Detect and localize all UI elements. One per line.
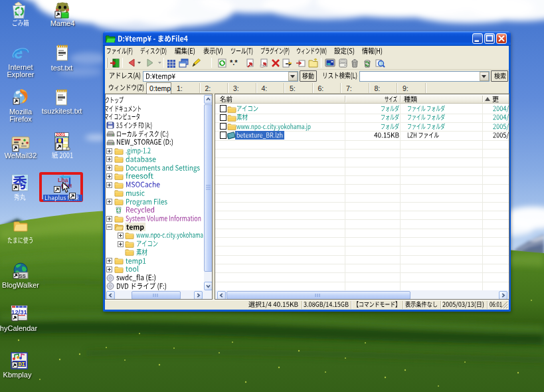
svg-text:SS: SS bbox=[19, 273, 26, 279]
svg-text:2001: 2001 bbox=[56, 132, 66, 137]
